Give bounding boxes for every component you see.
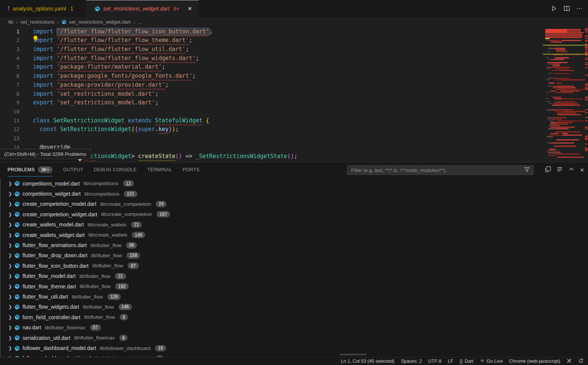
problem-row[interactable]: ❯flutter_flow_widgets.dartlib\flutter_fl… xyxy=(0,302,588,312)
breadcrumb-item-lib[interactable]: lib xyxy=(8,19,14,25)
problem-row[interactable]: ❯form_field_controller.dartlib\flutter_f… xyxy=(0,312,588,322)
code-token: '/flutter_flow/flutter_flow_widgets.dart… xyxy=(57,55,195,62)
line-number: 5 xyxy=(0,63,20,72)
problem-file-path: lib\follower_dashboard xyxy=(100,345,150,351)
problem-row[interactable]: ❯flutter_flow_theme.dartlib\flutter_flow… xyxy=(0,281,588,291)
panel-tab-terminal[interactable]: TERMINAL xyxy=(147,163,172,177)
chevron-right-icon[interactable]: ❯ xyxy=(8,304,14,309)
chevron-right-icon[interactable]: ❯ xyxy=(8,181,14,186)
status-debug-target[interactable]: Chrome (web-javascript) xyxy=(509,359,560,364)
breadcrumb-item-set-restrictions[interactable]: set_restrictions xyxy=(20,19,54,25)
code-token: import xyxy=(33,28,57,35)
problem-file-name: follower_dashboard_model.dart xyxy=(23,345,96,351)
close-icon[interactable]: ✕ xyxy=(188,6,192,12)
split-editor-icon[interactable] xyxy=(564,5,570,12)
code-token: export xyxy=(33,99,57,106)
code-line[interactable]: import '/flutter_flow/flutter_flow_widge… xyxy=(33,54,199,63)
chevron-right-icon[interactable]: ❯ xyxy=(8,212,14,217)
tab-analysis-options-yaml[interactable]: ! analysis_options.yaml 1 xyxy=(0,0,86,17)
code-line[interactable]: import 'package:flutter/material.dart'; xyxy=(33,63,165,72)
collapse-all-icon[interactable] xyxy=(545,166,551,174)
code-line[interactable]: import 'package:google_fonts/google_font… xyxy=(33,72,195,81)
more-actions-icon[interactable]: ⋯ xyxy=(576,5,583,12)
code-token: 'set_restrictions_model.dart' xyxy=(57,99,155,106)
maximize-panel-icon[interactable] xyxy=(568,166,574,174)
code-line[interactable]: class SetRestrictionsWidget extends Stat… xyxy=(33,116,209,125)
problem-row[interactable]: ❯flutter_flow_icon_button.dartlib\flutte… xyxy=(0,261,588,271)
problem-row[interactable]: ❯follower_dashboard_model.dartlib\follow… xyxy=(0,343,588,353)
problem-row[interactable]: ❯flutter_flow_drop_down.dartlib\flutter_… xyxy=(0,250,588,261)
panel-action-icons: ✕ xyxy=(545,166,584,174)
code-line[interactable]: import '/flutter_flow/flutter_flow_icon_… xyxy=(33,27,213,36)
status-eol[interactable]: LF xyxy=(448,359,454,364)
code-line[interactable]: const SetRestrictionsWidget({super.key})… xyxy=(33,125,179,134)
chevron-right-icon[interactable]: ❯ xyxy=(8,284,14,289)
chevron-right-icon[interactable]: ❯ xyxy=(8,191,14,196)
status-go-live[interactable]: Go Live xyxy=(480,358,503,364)
problem-file-path: lib\flutter_flow xyxy=(80,284,111,289)
panel-tab-debug-console[interactable]: DEBUG CONSOLE xyxy=(94,163,137,177)
problem-file-name: serialization_util.dart xyxy=(23,335,71,341)
status-cursor-position[interactable]: Ln 1, Col 53 (45 selected) xyxy=(341,359,394,364)
chevron-right-icon[interactable]: ❯ xyxy=(8,345,14,351)
problem-file-name: flutter_flow_widgets.dart xyxy=(23,304,79,310)
bell-dot-icon xyxy=(578,358,583,365)
problem-row[interactable]: ❯create_competetion_widget.dartlib\creat… xyxy=(0,209,588,219)
code-line[interactable]: import 'package:provider/provider.dart'; xyxy=(33,81,168,90)
chevron-right-icon[interactable]: ❯ xyxy=(8,273,14,279)
breadcrumb-item-file[interactable]: set_restrictions_widget.dart xyxy=(69,19,131,25)
problem-count-badge: 16 xyxy=(155,345,166,351)
chevron-right-icon[interactable]: ❯ xyxy=(8,335,14,341)
problem-row[interactable]: ❯flutter_flow_model.dartlib\flutter_flow… xyxy=(0,271,588,281)
panel-tab-problems[interactable]: PROBLEMS 3K+ xyxy=(8,163,53,177)
status-bar: Ln 1, Col 53 (45 selected)Spaces: 2UTF-8… xyxy=(0,357,588,365)
chevron-right-icon[interactable]: ❯ xyxy=(8,232,14,238)
status-language-mode[interactable]: {}Dart xyxy=(460,359,474,364)
problem-row[interactable]: ❯flutter_flow_util.dartlib\flutter_flow1… xyxy=(0,291,588,302)
breadcrumb-item-symbol[interactable]: ... xyxy=(138,19,142,25)
problem-row[interactable]: ❯create_competetion_model.dartlib\create… xyxy=(0,199,588,209)
problem-row[interactable]: ❯nav.dartlib\flutter_flow\nav57 xyxy=(0,323,588,333)
status-pen-slash[interactable] xyxy=(567,358,572,365)
chevron-right-icon[interactable]: ❯ xyxy=(8,201,14,207)
filter-icon[interactable] xyxy=(524,167,530,174)
status-notifications[interactable] xyxy=(578,358,583,365)
tab-set-restrictions-widget-dart[interactable]: set_restrictions_widget.dart 9+ ✕ xyxy=(86,0,199,17)
panel-tab-output[interactable]: OUTPUT xyxy=(63,163,83,177)
chevron-right-icon[interactable]: ❯ xyxy=(8,243,14,248)
horizontal-scrollbar[interactable] xyxy=(340,354,367,355)
problem-file-path: lib\create_wallets xyxy=(89,232,128,238)
problem-file-path: lib\competitions xyxy=(84,191,119,197)
lightbulb-icon[interactable] xyxy=(32,35,39,43)
chevron-right-icon[interactable]: ❯ xyxy=(8,325,14,330)
problem-row[interactable]: ❯create_wallets_model.dartlib\create_wal… xyxy=(0,220,588,230)
panel-tab-label: PROBLEMS xyxy=(8,167,35,172)
chevron-right-icon[interactable]: ❯ xyxy=(8,315,14,320)
filter-input[interactable] xyxy=(347,167,524,173)
code-line[interactable]: import '/flutter_flow/flutter_flow_util.… xyxy=(33,45,189,54)
problem-row[interactable]: ❯create_wallets_widget.dartlib\create_wa… xyxy=(0,230,588,240)
dart-icon xyxy=(14,253,20,258)
view-as-table-icon[interactable] xyxy=(556,166,563,174)
problem-row[interactable]: ❯competitions_model.dartlib\competitions… xyxy=(0,178,588,189)
chevron-right-icon[interactable]: ❯ xyxy=(8,222,14,227)
chevron-right-icon[interactable]: ❯ xyxy=(8,263,14,268)
code-line[interactable]: import 'set_restrictions_model.dart'; xyxy=(33,90,158,99)
run-icon[interactable] xyxy=(551,5,557,12)
status-encoding[interactable]: UTF-8 xyxy=(428,359,441,364)
code-line[interactable]: import '/flutter_flow/flutter_flow_theme… xyxy=(33,36,192,45)
close-panel-icon[interactable]: ✕ xyxy=(580,167,584,173)
problem-row[interactable]: ❯serialization_util.dartlib\flutter_flow… xyxy=(0,333,588,343)
chevron-right-icon[interactable]: ❯ xyxy=(8,294,14,299)
problem-row[interactable]: ❯competitions_widget.dartlib\competition… xyxy=(0,189,588,199)
dart-icon xyxy=(14,222,20,228)
panel-tab-ports[interactable]: PORTS xyxy=(183,163,200,177)
code-token: import xyxy=(33,46,57,53)
code-line[interactable]: export 'set_restrictions_model.dart'; xyxy=(33,98,158,107)
chevron-right-icon[interactable]: ❯ xyxy=(8,253,14,258)
code-token: ; xyxy=(192,72,195,79)
problem-row[interactable]: ❯flutter_flow_animations.dartlib\flutter… xyxy=(0,240,588,250)
code-editor[interactable]: 123456789101112131415 import '/flutter_f… xyxy=(0,27,588,162)
status-indentation[interactable]: Spaces: 2 xyxy=(401,359,422,364)
minimap[interactable] xyxy=(543,28,585,160)
